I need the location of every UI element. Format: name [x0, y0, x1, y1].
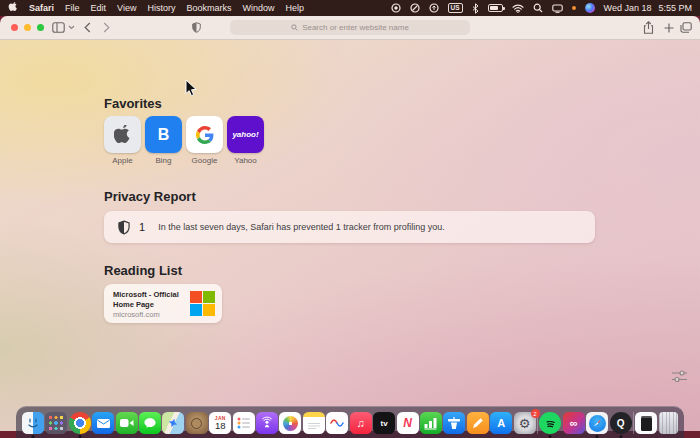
address-bar[interactable]: Search or enter website name: [230, 20, 470, 35]
update-status-icon[interactable]: [429, 3, 439, 14]
menu-bar: Safari File Edit View History Bookmarks …: [0, 0, 700, 16]
menu-bookmarks[interactable]: Bookmarks: [186, 3, 231, 13]
dock-spotify-icon[interactable]: [539, 412, 561, 434]
toolbar: Search or enter website name: [0, 16, 700, 40]
adobe-infinity-glyph: ∞: [570, 417, 578, 429]
dock-tv-icon[interactable]: tv: [373, 412, 395, 434]
battery-icon[interactable]: [488, 4, 503, 12]
favorite-bing[interactable]: B: [145, 116, 182, 153]
dock-chrome-icon[interactable]: [69, 412, 91, 434]
menu-safari[interactable]: Safari: [29, 3, 54, 13]
favorite-google[interactable]: [186, 116, 223, 153]
privacy-report-card[interactable]: 1 In the last seven days, Safari has pre…: [104, 211, 595, 243]
camera-status-icon[interactable]: [410, 3, 420, 14]
screen-record-icon[interactable]: [391, 3, 401, 14]
favorites-heading: Favorites: [104, 96, 162, 111]
dock-podcasts-icon[interactable]: [256, 412, 278, 434]
dock-reminders-icon[interactable]: [233, 412, 255, 434]
privacy-message: In the last seven days, Safari has preve…: [158, 222, 445, 232]
menu-status-area: US Wed Jan 18 5:55 PM: [391, 3, 692, 14]
dock-divider: [633, 412, 634, 434]
reading-item-domain: microsoft.com: [113, 310, 160, 319]
privacy-shield-icon[interactable]: [192, 16, 201, 39]
customize-start-page-button[interactable]: [671, 369, 688, 387]
quicktime-q-glyph: Q: [617, 418, 625, 429]
dock-news-icon[interactable]: N: [397, 412, 419, 434]
zoom-button[interactable]: [37, 24, 44, 31]
dock-facetime-icon[interactable]: [116, 412, 138, 434]
dock-quicktime-icon[interactable]: Q: [610, 412, 632, 434]
dock-trash-icon[interactable]: [659, 412, 678, 434]
start-page: Favorites B yahoo! Apple Bing Google Yah…: [0, 40, 700, 438]
dock-keynote-icon[interactable]: [443, 412, 465, 434]
dock-photos-icon[interactable]: [279, 412, 301, 434]
music-note-glyph: ♫: [357, 417, 365, 429]
dock: JAN 18 ♫ tv N A ⚙ 2: [16, 406, 684, 438]
user-switch-icon[interactable]: [552, 3, 563, 14]
menu-edit[interactable]: Edit: [91, 3, 107, 13]
tab-overview-button[interactable]: [680, 16, 692, 39]
notification-badge: 2: [531, 409, 540, 418]
privacy-report-heading: Privacy Report: [104, 189, 196, 204]
bing-logo: B: [158, 126, 170, 144]
dock-mail-icon[interactable]: [92, 412, 114, 434]
share-button[interactable]: [643, 16, 654, 39]
menu-view[interactable]: View: [117, 3, 136, 13]
dock-pages-icon[interactable]: [467, 412, 489, 434]
sidebar-toggle-button[interactable]: [52, 16, 65, 39]
privacy-shield-large-icon: [118, 220, 130, 235]
dock-adobe-creative-cloud-icon[interactable]: ∞: [563, 412, 585, 434]
clock-time: 5:55 PM: [658, 3, 692, 13]
dock-finder-icon[interactable]: [22, 412, 44, 434]
notification-dot: [572, 6, 576, 10]
google-logo-icon: [196, 126, 214, 144]
bluetooth-icon[interactable]: [472, 3, 479, 14]
favorite-label-google: Google: [186, 156, 223, 165]
address-bar-placeholder: Search or enter website name: [302, 23, 409, 32]
tv-glyph: tv: [381, 419, 388, 428]
favorite-apple[interactable]: [104, 116, 141, 153]
apple-menu-icon[interactable]: [8, 2, 18, 15]
close-button[interactable]: [11, 24, 18, 31]
dock-launchpad-icon[interactable]: [45, 412, 67, 434]
safari-window: Search or enter website name Favorites B: [0, 16, 700, 438]
spotlight-icon[interactable]: [533, 3, 543, 14]
dock-maps-icon[interactable]: [162, 412, 184, 434]
sidebar-chevron-icon[interactable]: [68, 16, 75, 39]
gear-glyph: ⚙: [519, 417, 531, 430]
menu-help[interactable]: Help: [285, 3, 304, 13]
input-source-menu[interactable]: US: [448, 3, 463, 13]
favorite-label-apple: Apple: [104, 156, 141, 165]
dock-notes-icon[interactable]: [303, 412, 325, 434]
dock-numbers-icon[interactable]: [420, 412, 442, 434]
dock-calendar-icon[interactable]: JAN 18: [209, 412, 231, 434]
favorite-label-yahoo: Yahoo: [227, 156, 264, 165]
menu-history[interactable]: History: [147, 3, 175, 13]
wifi-icon[interactable]: [512, 3, 524, 14]
reading-item-title: Microsoft - Official Home Page: [113, 290, 185, 310]
dock-music-icon[interactable]: ♫: [350, 412, 372, 434]
forward-button[interactable]: [103, 16, 110, 39]
safari-compass: [589, 415, 606, 432]
dock-system-preferences-icon[interactable]: ⚙ 2: [514, 412, 536, 434]
reading-list-heading: Reading List: [104, 263, 182, 278]
calendar-day-label: 18: [215, 421, 226, 431]
minimize-button[interactable]: [24, 24, 31, 31]
menu-window[interactable]: Window: [242, 3, 274, 13]
app-store-glyph: A: [497, 417, 505, 429]
dock-messages-icon[interactable]: [139, 412, 161, 434]
dock-contacts-icon[interactable]: [186, 412, 208, 434]
new-tab-button[interactable]: [664, 16, 674, 39]
menu-clock[interactable]: Wed Jan 18 5:55 PM: [604, 3, 692, 13]
dock-stocks-icon[interactable]: [326, 412, 348, 434]
siri-icon[interactable]: [585, 3, 595, 13]
menu-file[interactable]: File: [65, 3, 80, 13]
favorite-yahoo[interactable]: yahoo!: [227, 116, 264, 153]
dock-documents-icon[interactable]: [635, 412, 657, 434]
dock-app-store-icon[interactable]: A: [490, 412, 512, 434]
yahoo-logo: yahoo!: [232, 130, 258, 139]
back-button[interactable]: [84, 16, 91, 39]
reading-list-item[interactable]: Microsoft - Official Home Page microsoft…: [104, 284, 222, 323]
dock-safari-icon[interactable]: [586, 412, 608, 434]
photos-flower: [283, 416, 298, 431]
